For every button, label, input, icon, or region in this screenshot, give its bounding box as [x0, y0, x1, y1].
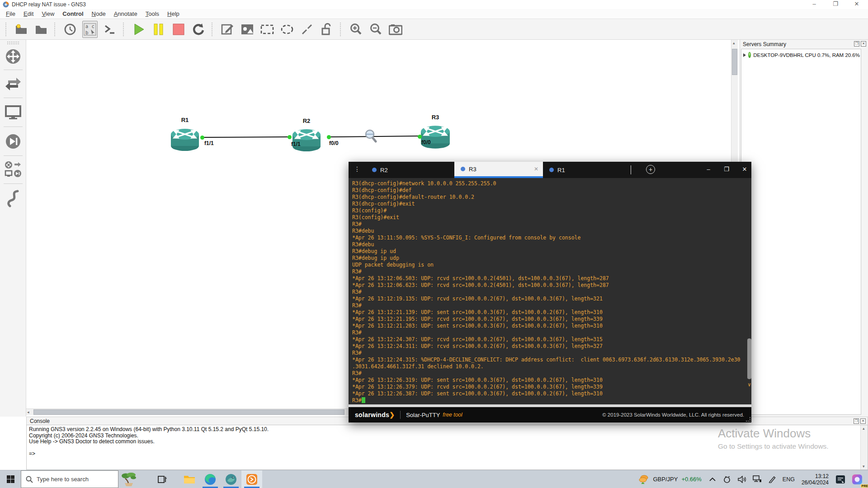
- insert-image-button[interactable]: [240, 21, 255, 38]
- float-panel-icon[interactable]: ❐: [854, 41, 859, 47]
- start-all-button[interactable]: [131, 21, 146, 38]
- add-link-icon: [5, 189, 21, 207]
- gns3-app-button[interactable]: [221, 470, 241, 488]
- terminal-line: *Apr 26 13:12:26.387: UDP: sent src=100.…: [352, 390, 751, 397]
- hidden-icons-button[interactable]: [705, 470, 720, 488]
- restore-button[interactable]: ❐: [826, 0, 845, 9]
- menu-item[interactable]: Annotate: [110, 9, 142, 19]
- new-project-button[interactable]: [14, 21, 29, 38]
- start-button[interactable]: [0, 470, 21, 488]
- console-output[interactable]: Running GNS3 version 2.2.45 on Windows (…: [26, 425, 868, 470]
- add-link-button[interactable]: [5, 190, 22, 207]
- servers-summary-panel: Servers Summary ❐ ✕ DESKTOP-9VDBHRL CPU …: [740, 40, 868, 417]
- device-sidebar: [0, 40, 26, 417]
- menu-item[interactable]: Control: [58, 9, 87, 19]
- meet-now-button[interactable]: [720, 470, 735, 488]
- terminal-scroll-thumb[interactable]: [747, 338, 751, 379]
- console-connect-all-button[interactable]: a c b: [82, 21, 98, 38]
- minimize-button[interactable]: –: [804, 0, 824, 9]
- console-button[interactable]: [102, 21, 118, 38]
- lock-button[interactable]: [319, 21, 335, 38]
- browse-routers-button[interactable]: [5, 48, 22, 65]
- image-icon: [241, 24, 254, 35]
- browse-security-devices-button[interactable]: [5, 133, 22, 150]
- ticker-pair: GBP/JPY: [653, 476, 678, 483]
- clock[interactable]: 13:12 26/04/2024: [798, 470, 832, 488]
- terminal-output[interactable]: R3(dhcp-config)#network 10.0.0.0 255.255…: [349, 178, 751, 404]
- add-note-button[interactable]: [220, 21, 235, 38]
- menu-item[interactable]: View: [38, 9, 58, 19]
- tab-r2[interactable]: R2: [366, 162, 454, 178]
- router-r3[interactable]: [420, 125, 451, 151]
- draw-line-button[interactable]: [299, 21, 315, 38]
- pause-icon: [153, 23, 165, 36]
- menu-item[interactable]: Edit: [19, 9, 38, 19]
- tab-r3[interactable]: R3 ✕: [454, 162, 543, 178]
- node-label-r1[interactable]: R1: [170, 117, 200, 123]
- close-panel-icon[interactable]: ✕: [860, 418, 866, 424]
- zoom-out-button[interactable]: [368, 21, 383, 38]
- terminal-line: UDP packet debugging is on: [352, 262, 751, 268]
- suspend-all-button[interactable]: [151, 21, 166, 38]
- browse-all-devices-button[interactable]: [5, 161, 22, 178]
- tab-close-icon[interactable]: ✕: [534, 166, 538, 172]
- menu-item[interactable]: File: [2, 9, 19, 19]
- network-button[interactable]: [750, 470, 765, 488]
- forex-ticker[interactable]: GBP/JPY +0.66%: [635, 470, 704, 488]
- ticker-change: +0.66%: [681, 476, 701, 483]
- router-r1[interactable]: [170, 128, 200, 153]
- new-tab-button[interactable]: +: [646, 165, 655, 174]
- close-panel-icon[interactable]: ✕: [861, 41, 866, 47]
- node-label-r3[interactable]: R3: [420, 114, 451, 121]
- taskbar-search[interactable]: Type here to search: [21, 470, 118, 488]
- terminal-line: R3#: [352, 221, 751, 228]
- browse-switches-button[interactable]: [5, 76, 22, 93]
- router-icon: [5, 48, 21, 65]
- menu-item[interactable]: Help: [163, 9, 184, 19]
- edge-button[interactable]: [200, 470, 221, 488]
- packet-capture-icon[interactable]: [364, 129, 377, 145]
- bonsai-app-button[interactable]: [118, 470, 139, 488]
- stop-all-button[interactable]: [171, 21, 186, 38]
- putty-minimize-button[interactable]: –: [699, 162, 717, 178]
- draw-ellipse-button[interactable]: [279, 21, 295, 38]
- product-tagline: free tool: [443, 412, 462, 418]
- menu-item[interactable]: Tools: [142, 9, 163, 19]
- tab-r1[interactable]: R1: [543, 162, 631, 178]
- zoom-in-button[interactable]: [348, 21, 363, 38]
- solar-putty-button[interactable]: [241, 470, 262, 488]
- language-indicator[interactable]: ENG: [779, 470, 798, 488]
- snapshot-button[interactable]: [62, 21, 78, 38]
- putty-close-button[interactable]: ✕: [736, 162, 754, 178]
- zoom-out-icon: [369, 23, 382, 36]
- menu-item[interactable]: Node: [88, 9, 110, 19]
- browse-end-devices-button[interactable]: [5, 104, 22, 121]
- new-project-folder-icon: [15, 23, 28, 35]
- solar-putty-icon: [246, 474, 258, 485]
- stop-icon: [172, 23, 185, 36]
- file-explorer-button[interactable]: [179, 470, 200, 488]
- terminal-scroll-down-icon[interactable]: ∨: [748, 381, 751, 388]
- notifications-button[interactable]: [832, 470, 849, 488]
- sidebar-handle[interactable]: [7, 42, 19, 44]
- copilot-button[interactable]: PRE: [849, 470, 868, 488]
- float-panel-icon[interactable]: ❐: [854, 418, 859, 424]
- expand-arrow-icon[interactable]: [743, 53, 746, 57]
- resize-grip[interactable]: [746, 417, 750, 422]
- server-row[interactable]: DESKTOP-9VDBHRL CPU 0.7%, RAM 20.6%: [741, 49, 861, 58]
- node-label-r2[interactable]: R2: [291, 117, 322, 124]
- console-scrollbar[interactable]: ▴ ▾: [860, 425, 868, 469]
- close-button[interactable]: ✕: [847, 0, 867, 9]
- draw-rectangle-button[interactable]: [259, 21, 275, 38]
- putty-maximize-button[interactable]: ❐: [717, 162, 736, 178]
- open-project-button[interactable]: [33, 21, 49, 38]
- toolbar-separator: [5, 23, 8, 36]
- windows-ink-button[interactable]: [765, 470, 779, 488]
- screenshot-button[interactable]: [388, 21, 403, 38]
- reload-all-button[interactable]: [191, 21, 206, 38]
- putty-menu-icon[interactable]: ⋮: [354, 165, 360, 173]
- task-view-button[interactable]: [152, 470, 173, 488]
- gns3-chameleon-icon: [225, 474, 237, 485]
- clock-date: 26/04/2024: [802, 479, 829, 486]
- volume-button[interactable]: [735, 470, 750, 488]
